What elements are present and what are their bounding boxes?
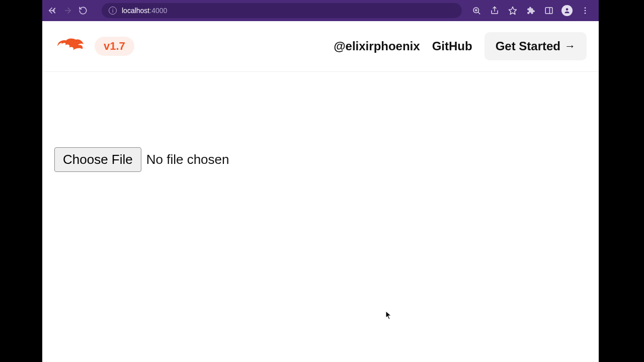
address-bar[interactable]: i localhost:4000 xyxy=(102,3,462,18)
version-badge: v1.7 xyxy=(95,37,134,56)
svg-line-4 xyxy=(478,12,480,14)
file-input[interactable]: Choose File No file chosen xyxy=(54,147,587,172)
file-status-text: No file chosen xyxy=(146,152,229,167)
main-content: Choose File No file chosen xyxy=(42,72,599,172)
forward-icon[interactable] xyxy=(62,5,73,16)
svg-marker-8 xyxy=(509,7,517,15)
svg-point-13 xyxy=(585,10,586,12)
extensions-icon[interactable] xyxy=(525,5,536,16)
header-nav: @elixirphoenix GitHub Get Started → xyxy=(334,32,587,60)
svg-point-12 xyxy=(585,7,586,9)
page-header: v1.7 @elixirphoenix GitHub Get Started → xyxy=(42,21,599,72)
profile-avatar-icon[interactable] xyxy=(561,5,573,16)
svg-rect-9 xyxy=(545,8,552,14)
share-icon[interactable] xyxy=(489,5,500,16)
star-icon[interactable] xyxy=(507,5,518,16)
svg-point-11 xyxy=(566,8,569,11)
site-info-icon[interactable]: i xyxy=(109,7,117,15)
browser-window: i localhost:4000 xyxy=(42,0,599,362)
choose-file-button[interactable]: Choose File xyxy=(54,147,141,172)
panel-icon[interactable] xyxy=(543,5,554,16)
arrow-right-icon: → xyxy=(565,40,576,53)
svg-point-14 xyxy=(585,13,586,14)
get-started-label: Get Started xyxy=(496,39,560,53)
toolbar-right xyxy=(471,5,594,16)
page-content: v1.7 @elixirphoenix GitHub Get Started →… xyxy=(42,21,599,362)
browser-toolbar: i localhost:4000 xyxy=(42,0,599,21)
zoom-icon[interactable] xyxy=(471,5,482,16)
reload-icon[interactable] xyxy=(77,5,89,16)
menu-icon[interactable] xyxy=(580,5,591,16)
twitter-link[interactable]: @elixirphoenix xyxy=(334,39,420,53)
url-text: localhost:4000 xyxy=(122,7,167,15)
header-left: v1.7 xyxy=(54,36,134,57)
get-started-button[interactable]: Get Started → xyxy=(485,32,587,60)
phoenix-logo-icon xyxy=(54,36,86,57)
back-icon[interactable] xyxy=(47,5,58,16)
github-link[interactable]: GitHub xyxy=(432,39,472,53)
